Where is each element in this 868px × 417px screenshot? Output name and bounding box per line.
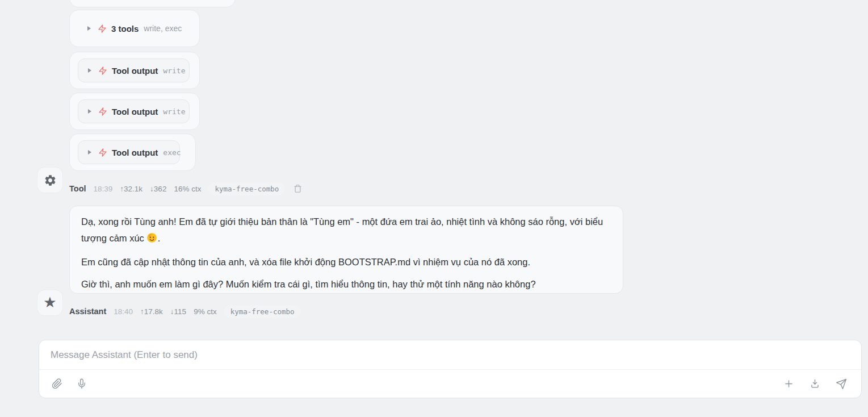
- tool-message-caption: Tool 18:39 ↑32.1k ↓362 16% ctx kyma-free…: [69, 182, 302, 195]
- tool-output-tag: exec: [163, 148, 181, 157]
- timestamp: 18:39: [94, 185, 113, 193]
- composer-toolbar: [39, 370, 861, 398]
- microphone-button[interactable]: [77, 378, 87, 389]
- message-composer: [39, 340, 862, 398]
- role-label: Tool: [69, 184, 86, 193]
- assistant-message-caption: Assistant 18:40 ↑17.8k ↓115 9% ctx kyma-…: [69, 305, 309, 318]
- chevron-right-icon: [88, 109, 91, 114]
- tool-output-tag: write: [163, 107, 185, 116]
- gear-icon: [44, 174, 57, 187]
- message-text: .: [158, 233, 161, 243]
- assistant-avatar: ★: [37, 290, 63, 316]
- add-button[interactable]: [783, 378, 794, 389]
- lightning-bolt-icon: [98, 24, 107, 34]
- tool-output-card: Tool output write: [69, 93, 200, 130]
- tool-output-label: Tool output: [112, 107, 158, 116]
- tool-avatar: [37, 167, 63, 193]
- message-paragraph: Dạ, xong rồi Tùng anh! Em đã tự giới thi…: [81, 214, 611, 248]
- lightning-bolt-icon: [98, 66, 107, 76]
- tokens-out-stat: ↓362: [150, 185, 166, 193]
- tool-output-card: Tool output exec: [69, 134, 196, 171]
- tokens-out-stat: ↓115: [170, 307, 186, 316]
- attach-file-button[interactable]: [52, 378, 62, 389]
- message-input[interactable]: [39, 349, 861, 361]
- tokens-in-stat: ↑32.1k: [120, 185, 142, 193]
- tool-output-tag: write: [163, 66, 185, 75]
- message-paragraph: Giờ thì, anh muốn em làm gì đây? Muốn ki…: [81, 276, 611, 293]
- download-button[interactable]: [810, 378, 820, 389]
- tool-output-toggle[interactable]: Tool output exec: [78, 140, 180, 164]
- tokens-in-stat: ↑17.8k: [140, 307, 163, 316]
- tool-output-card: Tool output write: [69, 52, 200, 89]
- tool-output-label: Tool output: [112, 148, 158, 157]
- role-label: Assistant: [69, 307, 106, 316]
- tools-summary-card[interactable]: 3 tools write, exec: [69, 10, 200, 47]
- delete-message-button[interactable]: [293, 184, 302, 193]
- assistant-message-bubble: Dạ, xong rồi Tùng anh! Em đã tự giới thi…: [69, 206, 623, 294]
- send-button[interactable]: [836, 378, 847, 390]
- chevron-right-icon: [87, 26, 91, 31]
- tool-output-toggle[interactable]: Tool output write: [78, 99, 190, 123]
- tool-output-label: Tool output: [112, 66, 158, 76]
- context-usage-stat: 9% ctx: [194, 307, 217, 316]
- lightning-bolt-icon: [98, 107, 107, 116]
- tools-summary-names: write, exec: [144, 24, 182, 33]
- previous-message-bubble-partial: [69, 0, 236, 7]
- smiling-emoji-icon: [146, 232, 157, 248]
- composer-input-row: [39, 340, 861, 370]
- tool-output-toggle[interactable]: Tool output write: [78, 59, 190, 82]
- chevron-right-icon: [88, 68, 91, 73]
- context-usage-stat: 16% ctx: [174, 185, 201, 193]
- star-icon: ★: [43, 295, 56, 310]
- message-paragraph: Em cũng đã cập nhật thông tin của anh, v…: [81, 254, 611, 270]
- model-badge: kyma-free-combo: [208, 182, 285, 195]
- tools-summary-label: 3 tools: [111, 24, 139, 34]
- lightning-bolt-icon: [98, 148, 107, 157]
- timestamp: 18:40: [114, 307, 133, 316]
- model-badge: kyma-free-combo: [224, 305, 301, 318]
- chevron-right-icon: [88, 150, 91, 155]
